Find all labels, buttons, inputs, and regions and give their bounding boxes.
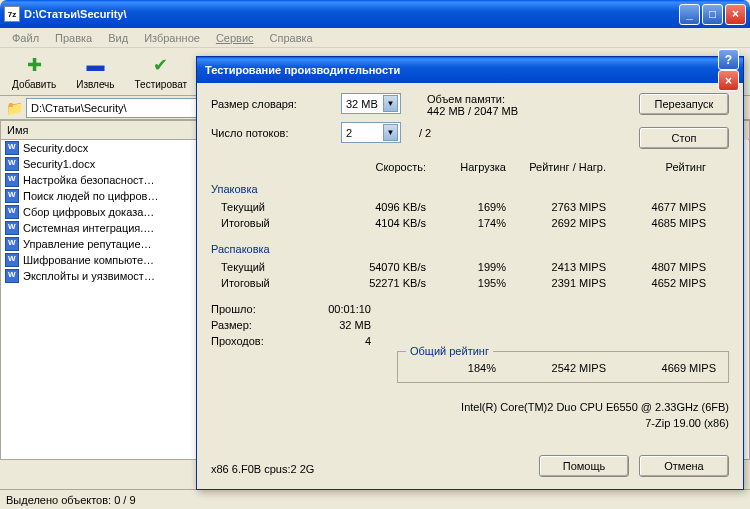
unpacking-total-speed: 52271 KB/s [331, 277, 426, 289]
document-icon [5, 205, 19, 219]
menu-file[interactable]: Файл [6, 30, 45, 46]
results-header: Скорость: Нагрузка Рейтинг / Нагр. Рейти… [211, 161, 729, 173]
restart-button[interactable]: Перезапуск [639, 93, 729, 115]
overall-rating: 4669 MIPS [606, 362, 716, 374]
window-title: D:\Статьи\Security\ [24, 8, 679, 20]
passes-label: Проходов: [211, 335, 291, 347]
plus-icon: ✚ [22, 53, 46, 77]
add-label: Добавить [12, 79, 56, 90]
size-label: Размер: [211, 319, 291, 331]
unpacking-total-usage: 195% [426, 277, 506, 289]
header-speed: Скорость: [331, 161, 426, 173]
main-titlebar: 7z D:\Статьи\Security\ _ □ × [0, 0, 750, 28]
document-icon [5, 141, 19, 155]
extract-label: Извлечь [76, 79, 114, 90]
add-button[interactable]: ✚ Добавить [6, 51, 62, 92]
packing-total-usage: 174% [426, 217, 506, 229]
elapsed-value: 00:01:10 [291, 303, 371, 315]
cancel-button[interactable]: Отмена [639, 455, 729, 477]
menu-favorites[interactable]: Избранное [138, 30, 206, 46]
test-button[interactable]: ✔ Тестироват [129, 51, 194, 92]
overall-title: Общий рейтинг [406, 345, 493, 357]
cpu-info: Intel(R) Core(TM)2 Duo CPU E6550 @ 2.33G… [461, 401, 729, 433]
menu-help[interactable]: Справка [264, 30, 319, 46]
packing-title: Упаковка [211, 183, 729, 195]
unpacking-total-label: Итоговый [211, 277, 331, 289]
threads-label: Число потоков: [211, 127, 341, 139]
help-button[interactable]: Помощь [539, 455, 629, 477]
benchmark-dialog: Тестирование производительности ? × Разм… [196, 56, 744, 490]
threads-value: 2 [346, 127, 352, 139]
packing-current-speed: 4096 KB/s [331, 201, 426, 213]
version-line: 7-Zip 19.00 (x86) [461, 417, 729, 429]
test-label: Тестироват [135, 79, 188, 90]
packing-total-label: Итоговый [211, 217, 331, 229]
stop-button[interactable]: Стоп [639, 127, 729, 149]
header-rating-usage: Рейтинг / Нагр. [506, 161, 606, 173]
unpacking-total-rating-usage: 2391 MIPS [506, 277, 606, 289]
unpacking-current-label: Текущий [211, 261, 331, 273]
file-name: Управление репутацие… [23, 238, 152, 250]
file-name: Сбор цифровых доказа… [23, 206, 154, 218]
unpacking-group: Распаковка Текущий 54070 KB/s 199% 2413 … [211, 243, 729, 289]
document-icon [5, 221, 19, 235]
maximize-button[interactable]: □ [702, 4, 723, 25]
file-name: Шифрование компьюте… [23, 254, 154, 266]
file-name: Настройка безопасност… [23, 174, 155, 186]
unpacking-current-rating-usage: 2413 MIPS [506, 261, 606, 273]
overall-rating-usage: 2542 MIPS [496, 362, 606, 374]
extract-button[interactable]: ▬ Извлечь [70, 51, 120, 92]
document-icon [5, 173, 19, 187]
elapsed-label: Прошло: [211, 303, 291, 315]
menu-edit[interactable]: Правка [49, 30, 98, 46]
file-name: Эксплойты и уязвимост… [23, 270, 155, 282]
minimize-button[interactable]: _ [679, 4, 700, 25]
dialog-title: Тестирование производительности [201, 64, 718, 76]
file-name: Security.docx [23, 142, 88, 154]
dialog-help-button[interactable]: ? [718, 49, 739, 70]
document-icon [5, 157, 19, 171]
menubar: Файл Правка Вид Избранное Сервис Справка [0, 28, 750, 48]
close-button[interactable]: × [725, 4, 746, 25]
packing-current-usage: 169% [426, 201, 506, 213]
dict-select[interactable]: 32 MB ▼ [341, 93, 401, 114]
file-name: Security1.docx [23, 158, 95, 170]
size-value: 32 MB [291, 319, 371, 331]
folder-icon: 📁 [6, 100, 22, 116]
document-icon [5, 189, 19, 203]
chevron-down-icon: ▼ [383, 124, 398, 141]
file-name: Системная интеграция.… [23, 222, 154, 234]
packing-total-speed: 4104 KB/s [331, 217, 426, 229]
menu-service[interactable]: Сервис [210, 30, 260, 46]
packing-current-label: Текущий [211, 201, 331, 213]
check-icon: ✔ [149, 53, 173, 77]
elapsed-block: Прошло: 00:01:10 Размер: 32 MB Проходов:… [211, 303, 729, 347]
dict-value: 32 MB [346, 98, 378, 110]
file-name: Поиск людей по цифров… [23, 190, 158, 202]
dict-label: Размер словаря: [211, 98, 341, 110]
threads-suffix: / 2 [419, 127, 431, 139]
cpu-signature: x86 6.F0B cpus:2 2G [211, 463, 314, 475]
document-icon [5, 253, 19, 267]
unpacking-total-rating: 4652 MIPS [606, 277, 706, 289]
packing-total-rating-usage: 2692 MIPS [506, 217, 606, 229]
threads-select[interactable]: 2 ▼ [341, 122, 401, 143]
packing-total-rating: 4685 MIPS [606, 217, 706, 229]
header-rating: Рейтинг [606, 161, 706, 173]
packing-group: Упаковка Текущий 4096 KB/s 169% 2763 MIP… [211, 183, 729, 229]
unpacking-current-usage: 199% [426, 261, 506, 273]
packing-current-rating: 4677 MIPS [606, 201, 706, 213]
overall-usage: 184% [406, 362, 496, 374]
menu-view[interactable]: Вид [102, 30, 134, 46]
minus-icon: ▬ [83, 53, 107, 77]
header-usage: Нагрузка [426, 161, 506, 173]
unpacking-current-rating: 4807 MIPS [606, 261, 706, 273]
passes-value: 4 [291, 335, 371, 347]
dialog-titlebar: Тестирование производительности ? × [197, 57, 743, 83]
overall-group: Общий рейтинг 184% 2542 MIPS 4669 MIPS [397, 351, 729, 383]
document-icon [5, 269, 19, 283]
memory-info: Объем памяти: 442 MB / 2047 MB [427, 93, 518, 117]
unpacking-current-speed: 54070 KB/s [331, 261, 426, 273]
unpacking-title: Распаковка [211, 243, 729, 255]
packing-current-rating-usage: 2763 MIPS [506, 201, 606, 213]
